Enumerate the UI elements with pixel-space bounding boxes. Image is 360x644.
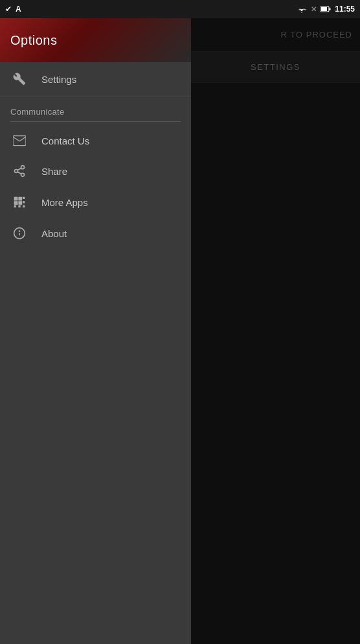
grid-icon: [10, 196, 28, 209]
status-bar: ✔ A ✕ 11:55: [0, 0, 360, 18]
main-layout: Options Settings Communicate C: [0, 18, 360, 644]
share-item[interactable]: Share: [0, 155, 191, 187]
svg-rect-17: [23, 205, 25, 207]
svg-rect-14: [23, 201, 25, 203]
about-label: About: [41, 228, 67, 239]
wrench-icon: [10, 73, 28, 86]
svg-rect-12: [18, 201, 22, 205]
drawer-title: Options: [10, 33, 57, 48]
time-display: 11:55: [335, 5, 355, 14]
svg-rect-11: [14, 201, 18, 205]
share-label: Share: [41, 166, 67, 177]
more-apps-label: More Apps: [41, 197, 88, 208]
check-icon: ✔: [5, 5, 12, 14]
svg-rect-1: [321, 7, 327, 11]
communicate-section: Communicate: [0, 97, 191, 126]
about-item[interactable]: About: [0, 218, 191, 249]
contact-us-item[interactable]: Contact Us: [0, 126, 191, 155]
more-apps-item[interactable]: More Apps: [0, 187, 191, 218]
svg-point-4: [21, 166, 25, 169]
status-bar-right: ✕ 11:55: [297, 5, 355, 14]
settings-label: Settings: [41, 74, 76, 85]
svg-rect-9: [14, 197, 18, 201]
svg-point-6: [21, 173, 25, 176]
contact-us-label: Contact Us: [41, 135, 89, 146]
communicate-label: Communicate: [10, 107, 65, 117]
drawer: Options Settings Communicate C: [0, 18, 191, 644]
mail-icon: [10, 135, 28, 146]
battery-icon: [321, 6, 331, 12]
drawer-header: Options: [0, 18, 191, 62]
svg-rect-3: [13, 136, 26, 146]
svg-rect-16: [18, 205, 20, 207]
settings-menu-item[interactable]: Settings: [0, 62, 191, 97]
svg-line-8: [17, 168, 21, 170]
svg-rect-10: [18, 197, 22, 201]
communicate-divider: [10, 121, 181, 122]
share-icon: [10, 165, 28, 178]
svg-rect-15: [14, 205, 16, 207]
overlay[interactable]: [191, 18, 360, 644]
svg-point-5: [15, 170, 18, 173]
status-bar-left: ✔ A: [5, 5, 21, 14]
svg-rect-13: [23, 197, 25, 199]
info-icon: [10, 227, 28, 240]
at-icon: A: [16, 5, 21, 14]
svg-rect-2: [330, 8, 331, 10]
svg-line-7: [17, 172, 21, 174]
wifi-icon: [297, 5, 307, 13]
signal-icon: ✕: [311, 5, 317, 14]
right-area: R TO PROCEED SETTINGS: [191, 18, 360, 644]
